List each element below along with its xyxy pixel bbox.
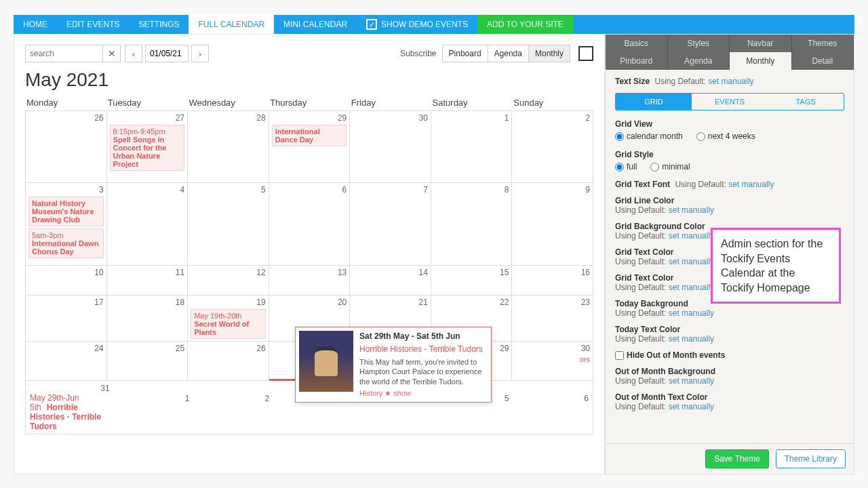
nav-settings[interactable]: SETTINGS [129,15,189,34]
day-cell[interactable]: 10 [26,266,107,296]
day-cell[interactable]: 12 [188,266,269,296]
day-cell[interactable]: 28 [188,111,269,183]
event-title: Natural History Museum's Nature Drawing … [32,199,100,224]
radio-full[interactable]: full [615,162,637,171]
day-cell[interactable]: 8 [431,183,513,266]
date-input[interactable] [145,45,189,62]
event-item[interactable]: May 19th-20th Secret World of Plants [191,309,266,339]
theme-library-button[interactable]: Theme Library [776,449,846,468]
using-default-text: Using Default: [615,205,666,215]
day-number: 30 [353,113,428,123]
day-cell[interactable]: 2 [512,111,593,183]
day-cell[interactable]: 1 [431,111,513,183]
event-title: Secret World of Plants [194,320,262,336]
day-cell[interactable]: 26 [26,111,107,183]
clear-search-button[interactable]: ✕ [103,45,121,62]
tab-detail[interactable]: Detail [792,52,854,70]
view-pinboard[interactable]: Pinboard [442,45,488,62]
day-cell[interactable]: 18 [107,296,189,342]
event-popover[interactable]: Sat 29th May - Sat 5th Jun Horrible Hist… [295,327,492,403]
subscribe-link[interactable]: Subscribe [400,49,436,58]
day-cell[interactable]: 13 [269,266,351,296]
day-cell[interactable]: 26 [188,342,269,381]
day-cell[interactable]: 16 [512,266,593,296]
day-cell[interactable]: 14 [350,266,431,296]
tab-styles[interactable]: Styles [668,35,730,52]
day-cell[interactable]: 15 [431,266,513,296]
using-default-text: Using Default: [615,308,666,318]
day-cell[interactable]: 17 [26,296,107,342]
view-monthly[interactable]: Monthly [529,45,570,62]
set-manually-link[interactable]: set manually [669,257,714,266]
set-manually-link[interactable]: set manually [669,205,714,215]
event-item[interactable]: Natural History Museum's Nature Drawing … [28,197,104,226]
radio-calendar-month[interactable]: calendar month [615,131,683,141]
nav-edit-events[interactable]: EDIT EVENTS [57,15,129,34]
setting-label: Grid Text Color [615,273,673,283]
radio-minimal[interactable]: minimal [650,162,690,171]
tab-pinboard[interactable]: Pinboard [606,52,668,70]
day-cell[interactable]: 4 [107,183,189,266]
day-number: 13 [272,268,347,277]
weekday-label: Saturday [431,95,513,110]
day-cell[interactable]: 31 May 29th-Jun 5thHorrible Histories - … [30,384,110,431]
set-manually-link[interactable]: set manually [708,77,753,86]
search-input[interactable] [25,45,103,62]
set-manually-link[interactable]: set manually [669,231,714,241]
tab-basics[interactable]: Basics [606,35,668,52]
annotation-callout: Admin section for the Tockify Events Cal… [711,228,841,304]
tab-themes[interactable]: Themes [792,35,854,52]
seg-events[interactable]: EVENTS [692,94,768,110]
event-item[interactable]: 5am-3pm International Dawn Chorus Day [28,228,104,258]
day-cell[interactable]: 23 [512,296,593,342]
set-manually-link[interactable]: set manually [669,334,714,344]
nav-home[interactable]: HOME [14,15,57,34]
set-manually-link[interactable]: set manually [669,402,714,411]
tab-monthly[interactable]: Monthly [730,52,792,70]
day-cell[interactable]: 3 Natural History Museum's Nature Drawin… [26,183,107,266]
day-cell[interactable]: 27 8:15pm-9:45pm Spell Songs in Concert … [107,111,189,183]
event-item[interactable]: International Dance Day [272,125,347,146]
setting-label: Today Text Color [615,325,680,334]
day-cell[interactable]: 30 [350,111,431,183]
set-manually-link[interactable]: set manually [669,308,714,318]
day-cell[interactable]: 6 [509,394,589,421]
nav-show-demo[interactable]: ✓SHOW DEMO EVENTS [357,15,477,34]
fullscreen-icon[interactable] [578,46,593,61]
seg-grid[interactable]: GRID [616,94,692,110]
event-item[interactable]: 8:15pm-9:45pm Spell Songs in Concert for… [110,125,185,171]
popover-tags[interactable]: History ★ show [359,389,486,398]
day-number: 1 [434,113,509,123]
next-button[interactable]: › [191,45,209,62]
save-theme-button[interactable]: Save Theme [705,449,769,468]
day-cell[interactable]: 11 [107,266,189,296]
calendar-grid: 26 27 8:15pm-9:45pm Spell Songs in Conce… [25,110,593,434]
nav-add-to-site[interactable]: ADD TO YOUR SITE [477,15,573,34]
prev-button[interactable]: ‹ [125,45,142,62]
nav-mini-calendar[interactable]: MINI CALENDAR [274,15,357,34]
day-cell[interactable]: 1 [110,394,190,421]
tab-navbar[interactable]: Navbar [730,35,792,52]
hide-oom-checkbox[interactable]: Hide Out of Month events [615,350,844,360]
radio-next-4-weeks[interactable]: next 4 weeks [696,131,755,141]
day-cell[interactable]: 25 [107,342,189,381]
day-cell[interactable]: 2 [189,394,269,421]
set-manually-link[interactable]: set manually [669,376,714,386]
using-default-text: Using Default: [675,180,726,189]
set-manually-link[interactable]: set manually [728,180,774,189]
day-cell[interactable]: 9 [512,183,593,266]
day-cell[interactable]: 5 [188,183,269,266]
day-cell[interactable]: 7 [350,183,431,266]
seg-tags[interactable]: TAGS [768,94,844,110]
day-number: 28 [191,113,266,123]
day-cell[interactable]: 6 [269,183,351,266]
view-agenda[interactable]: Agenda [488,45,529,62]
day-cell[interactable]: 19 May 19th-20th Secret World of Plants [188,296,269,342]
day-cell[interactable]: 24 [26,342,107,381]
tab-agenda[interactable]: Agenda [668,52,730,70]
day-cell[interactable]: 29 International Dance Day [269,111,351,183]
set-manually-link[interactable]: set manually [669,283,714,292]
using-default-text: Using Default: [654,77,705,86]
day-cell[interactable]: 30ors [512,342,593,381]
nav-full-calendar[interactable]: FULL CALENDAR [189,15,274,34]
